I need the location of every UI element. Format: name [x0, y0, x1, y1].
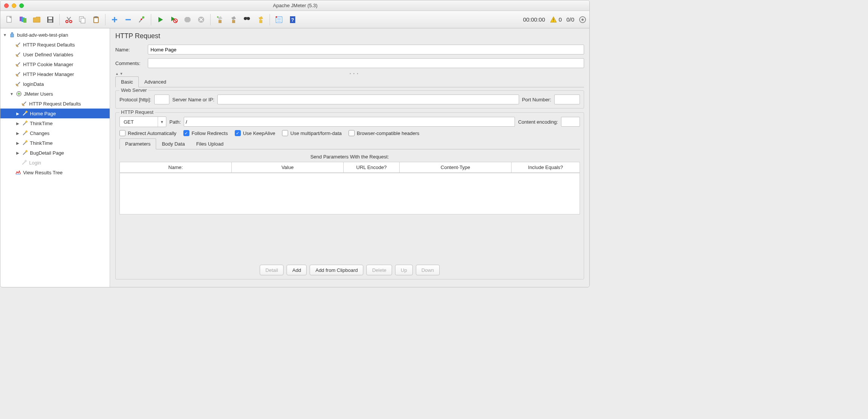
- save-button[interactable]: [44, 14, 56, 26]
- chk-redirect-auto[interactable]: Redirect Automatically: [119, 130, 177, 136]
- port-input[interactable]: [554, 95, 580, 104]
- new-file-button[interactable]: [3, 14, 16, 26]
- chk-keepalive[interactable]: ✓Use KeepAlive: [235, 130, 275, 136]
- tree-label: HTTP Request Defaults: [23, 42, 75, 48]
- tree-item-home-page[interactable]: ▶Home Page: [0, 109, 110, 118]
- thread-count: 0/0: [566, 16, 574, 23]
- method-select[interactable]: GET ▼: [119, 116, 166, 127]
- disclosure-icon[interactable]: ▼: [9, 92, 14, 96]
- tree-thread-group[interactable]: ▼JMeter Users: [0, 89, 110, 99]
- panel-title: HTTP Request: [115, 32, 584, 40]
- tree-item-thinktime[interactable]: ▶ThinkTime: [0, 118, 110, 128]
- tree-item-changes[interactable]: ▶Changes: [0, 128, 110, 138]
- config-icon: [15, 81, 22, 87]
- function-helper-button[interactable]: [273, 14, 285, 26]
- clear-button[interactable]: [214, 14, 226, 26]
- clear-all-button[interactable]: [227, 14, 239, 26]
- search-button[interactable]: [241, 14, 253, 26]
- start-no-pause-button[interactable]: [168, 14, 180, 26]
- tree-label: BugDetail Page: [30, 150, 64, 156]
- add-button[interactable]: Add: [287, 265, 307, 275]
- name-row: Name:: [115, 45, 584, 54]
- tree-label: HTTP Header Manager: [23, 71, 74, 77]
- copy-button[interactable]: [76, 14, 88, 26]
- help-button[interactable]: ?: [287, 14, 299, 26]
- chk-follow-redirects[interactable]: ✓Follow Redirects: [183, 130, 228, 136]
- webserver-fieldset: Web Server Protocol [http]: Server Name …: [115, 90, 584, 109]
- path-label: Path:: [169, 119, 181, 125]
- col-value[interactable]: Value: [232, 162, 344, 173]
- col-content-type[interactable]: Content-Type: [400, 162, 512, 173]
- tree-item-results-tree[interactable]: View Results Tree: [0, 168, 110, 177]
- comments-input[interactable]: [148, 58, 584, 68]
- tree-panel[interactable]: ▼ build-adv-web-test-plan HTTP Request D…: [0, 28, 110, 287]
- config-icon: [21, 100, 28, 107]
- disclosure-icon[interactable]: ▼: [3, 33, 7, 37]
- sampler-icon: [22, 149, 28, 156]
- panel-divider[interactable]: ▲ ▼• • •: [115, 72, 584, 76]
- shutdown-button[interactable]: [195, 14, 207, 26]
- disclosure-icon[interactable]: ▶: [16, 112, 20, 116]
- tree-item-user-vars[interactable]: User Defined Variables: [0, 50, 110, 59]
- svg-point-54: [18, 93, 20, 95]
- expand-button[interactable]: [108, 14, 121, 26]
- svg-line-22: [174, 20, 177, 22]
- options-row: Redirect Automatically ✓Follow Redirects…: [119, 130, 580, 136]
- server-label: Server Name or IP:: [172, 97, 214, 102]
- open-file-button[interactable]: [31, 14, 43, 26]
- disclosure-icon[interactable]: ▶: [16, 141, 20, 145]
- tree-item-cookie-mgr[interactable]: HTTP Cookie Manager: [0, 59, 110, 69]
- config-icon: [15, 71, 22, 78]
- protocol-input[interactable]: [154, 95, 169, 104]
- down-button[interactable]: Down: [416, 265, 440, 275]
- sampler-icon: [22, 130, 28, 137]
- chk-browser-headers[interactable]: Browser-compatible headers: [349, 130, 419, 136]
- col-include-equals[interactable]: Include Equals?: [512, 162, 580, 173]
- tree-label: Home Page: [30, 111, 56, 116]
- tree-item-tg-http-defaults[interactable]: HTTP Request Defaults: [0, 99, 110, 109]
- path-input[interactable]: [184, 117, 515, 127]
- params-table[interactable]: Name: Value URL Encode? Content-Type Inc…: [119, 162, 580, 173]
- tab-parameters[interactable]: Parameters: [119, 138, 156, 149]
- col-urlencode[interactable]: URL Encode?: [344, 162, 400, 173]
- detail-button[interactable]: Detail: [260, 265, 284, 275]
- content-area: ▼ build-adv-web-test-plan HTTP Request D…: [0, 28, 589, 287]
- start-button[interactable]: [154, 14, 166, 26]
- sampler-icon: [22, 120, 28, 127]
- server-input[interactable]: [217, 95, 519, 104]
- tree-item-http-defaults[interactable]: HTTP Request Defaults: [0, 40, 110, 50]
- tree-item-login[interactable]: Login: [0, 158, 110, 168]
- disclosure-icon[interactable]: ▶: [16, 131, 20, 135]
- templates-button[interactable]: [17, 14, 29, 26]
- disclosure-icon[interactable]: ▶: [16, 121, 20, 126]
- svg-rect-3: [23, 18, 26, 23]
- tab-body-data[interactable]: Body Data: [156, 138, 191, 149]
- cut-button[interactable]: [63, 14, 75, 26]
- tab-basic[interactable]: Basic: [115, 76, 139, 87]
- table-caption: Send Parameters With the Request:: [119, 154, 580, 160]
- tab-files-upload[interactable]: Files Upload: [191, 138, 229, 149]
- tree-item-header-mgr[interactable]: HTTP Header Manager: [0, 69, 110, 79]
- col-name[interactable]: Name:: [120, 162, 232, 173]
- add-clipboard-button[interactable]: Add from Clipboard: [310, 265, 363, 275]
- tree-root-testplan[interactable]: ▼ build-adv-web-test-plan: [0, 30, 110, 40]
- tab-advanced[interactable]: Advanced: [139, 76, 172, 87]
- toggle-button[interactable]: [136, 14, 148, 26]
- tree-label: loginData: [23, 81, 44, 87]
- tree-item-logindata[interactable]: loginData: [0, 79, 110, 89]
- stop-button[interactable]: [181, 14, 194, 26]
- collapse-button[interactable]: [122, 14, 134, 26]
- params-table-body[interactable]: [119, 173, 580, 214]
- up-button[interactable]: Up: [395, 265, 413, 275]
- encoding-input[interactable]: [561, 117, 580, 127]
- tree-label: ThinkTime: [30, 121, 53, 126]
- chk-multipart[interactable]: Use multipart/form-data: [282, 130, 342, 136]
- reset-search-button[interactable]: [254, 14, 267, 26]
- delete-button[interactable]: Delete: [366, 265, 392, 275]
- port-label: Port Number:: [522, 97, 551, 102]
- disclosure-icon[interactable]: ▶: [16, 151, 20, 155]
- tree-item-bugdetail[interactable]: ▶BugDetail Page: [0, 148, 110, 158]
- paste-button[interactable]: [90, 14, 102, 26]
- name-input[interactable]: [148, 45, 584, 54]
- tree-item-thinktime-2[interactable]: ▶ThinkTime: [0, 138, 110, 148]
